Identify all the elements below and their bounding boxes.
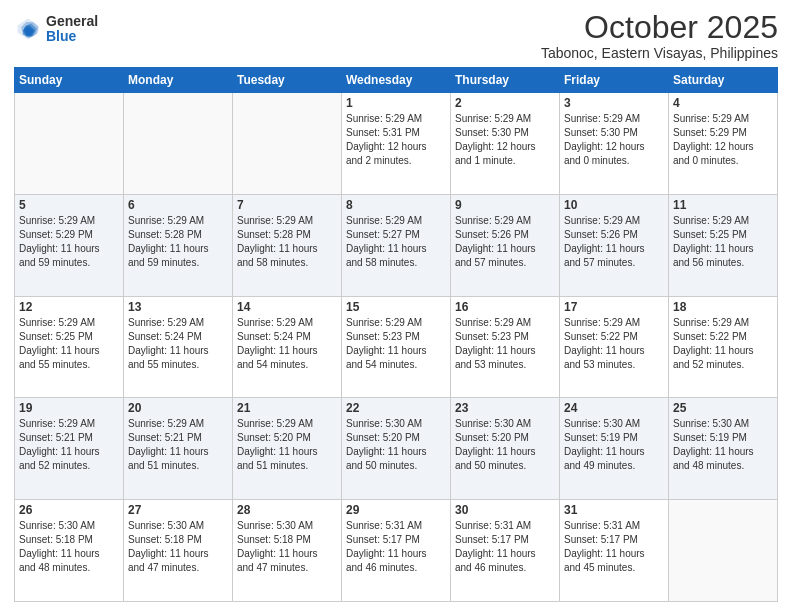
day-info: Sunrise: 5:29 AM Sunset: 5:24 PM Dayligh…: [128, 316, 228, 372]
day-number: 16: [455, 300, 555, 314]
day-info: Sunrise: 5:29 AM Sunset: 5:24 PM Dayligh…: [237, 316, 337, 372]
day-number: 7: [237, 198, 337, 212]
day-number: 10: [564, 198, 664, 212]
day-info: Sunrise: 5:29 AM Sunset: 5:29 PM Dayligh…: [19, 214, 119, 270]
col-tuesday: Tuesday: [233, 68, 342, 93]
table-cell: 25Sunrise: 5:30 AM Sunset: 5:19 PM Dayli…: [669, 398, 778, 500]
table-cell: [669, 500, 778, 602]
day-info: Sunrise: 5:29 AM Sunset: 5:31 PM Dayligh…: [346, 112, 446, 168]
table-cell: 31Sunrise: 5:31 AM Sunset: 5:17 PM Dayli…: [560, 500, 669, 602]
day-info: Sunrise: 5:30 AM Sunset: 5:20 PM Dayligh…: [455, 417, 555, 473]
day-number: 31: [564, 503, 664, 517]
table-cell: 23Sunrise: 5:30 AM Sunset: 5:20 PM Dayli…: [451, 398, 560, 500]
table-cell: 28Sunrise: 5:30 AM Sunset: 5:18 PM Dayli…: [233, 500, 342, 602]
day-info: Sunrise: 5:30 AM Sunset: 5:18 PM Dayligh…: [128, 519, 228, 575]
table-cell: 30Sunrise: 5:31 AM Sunset: 5:17 PM Dayli…: [451, 500, 560, 602]
day-info: Sunrise: 5:29 AM Sunset: 5:21 PM Dayligh…: [19, 417, 119, 473]
header-right: October 2025 Tabonoc, Eastern Visayas, P…: [541, 10, 778, 61]
day-info: Sunrise: 5:30 AM Sunset: 5:18 PM Dayligh…: [237, 519, 337, 575]
day-number: 3: [564, 96, 664, 110]
day-number: 4: [673, 96, 773, 110]
table-cell: 5Sunrise: 5:29 AM Sunset: 5:29 PM Daylig…: [15, 194, 124, 296]
table-cell: 26Sunrise: 5:30 AM Sunset: 5:18 PM Dayli…: [15, 500, 124, 602]
day-info: Sunrise: 5:29 AM Sunset: 5:26 PM Dayligh…: [455, 214, 555, 270]
week-row-1: 1Sunrise: 5:29 AM Sunset: 5:31 PM Daylig…: [15, 93, 778, 195]
table-cell: 6Sunrise: 5:29 AM Sunset: 5:28 PM Daylig…: [124, 194, 233, 296]
day-info: Sunrise: 5:29 AM Sunset: 5:30 PM Dayligh…: [564, 112, 664, 168]
day-number: 25: [673, 401, 773, 415]
day-info: Sunrise: 5:29 AM Sunset: 5:26 PM Dayligh…: [564, 214, 664, 270]
day-number: 1: [346, 96, 446, 110]
month-title: October 2025: [541, 10, 778, 45]
table-cell: 17Sunrise: 5:29 AM Sunset: 5:22 PM Dayli…: [560, 296, 669, 398]
table-cell: 27Sunrise: 5:30 AM Sunset: 5:18 PM Dayli…: [124, 500, 233, 602]
table-cell: 16Sunrise: 5:29 AM Sunset: 5:23 PM Dayli…: [451, 296, 560, 398]
table-cell: 12Sunrise: 5:29 AM Sunset: 5:25 PM Dayli…: [15, 296, 124, 398]
table-cell: [124, 93, 233, 195]
day-info: Sunrise: 5:29 AM Sunset: 5:21 PM Dayligh…: [128, 417, 228, 473]
day-info: Sunrise: 5:30 AM Sunset: 5:18 PM Dayligh…: [19, 519, 119, 575]
table-cell: 21Sunrise: 5:29 AM Sunset: 5:20 PM Dayli…: [233, 398, 342, 500]
day-number: 15: [346, 300, 446, 314]
day-info: Sunrise: 5:30 AM Sunset: 5:19 PM Dayligh…: [564, 417, 664, 473]
day-number: 12: [19, 300, 119, 314]
col-saturday: Saturday: [669, 68, 778, 93]
day-info: Sunrise: 5:31 AM Sunset: 5:17 PM Dayligh…: [564, 519, 664, 575]
day-info: Sunrise: 5:29 AM Sunset: 5:25 PM Dayligh…: [673, 214, 773, 270]
top-section: General Blue October 2025 Tabonoc, Easte…: [14, 10, 778, 61]
logo: General Blue: [14, 14, 98, 45]
table-cell: 19Sunrise: 5:29 AM Sunset: 5:21 PM Dayli…: [15, 398, 124, 500]
logo-icon: [14, 15, 42, 43]
day-number: 9: [455, 198, 555, 212]
col-wednesday: Wednesday: [342, 68, 451, 93]
day-info: Sunrise: 5:30 AM Sunset: 5:20 PM Dayligh…: [346, 417, 446, 473]
day-number: 19: [19, 401, 119, 415]
table-cell: 24Sunrise: 5:30 AM Sunset: 5:19 PM Dayli…: [560, 398, 669, 500]
week-row-5: 26Sunrise: 5:30 AM Sunset: 5:18 PM Dayli…: [15, 500, 778, 602]
calendar-table: Sunday Monday Tuesday Wednesday Thursday…: [14, 67, 778, 602]
logo-blue-text: Blue: [46, 29, 98, 44]
table-cell: 2Sunrise: 5:29 AM Sunset: 5:30 PM Daylig…: [451, 93, 560, 195]
day-number: 28: [237, 503, 337, 517]
day-number: 26: [19, 503, 119, 517]
table-cell: 13Sunrise: 5:29 AM Sunset: 5:24 PM Dayli…: [124, 296, 233, 398]
day-info: Sunrise: 5:29 AM Sunset: 5:22 PM Dayligh…: [564, 316, 664, 372]
page: General Blue October 2025 Tabonoc, Easte…: [0, 0, 792, 612]
table-cell: 20Sunrise: 5:29 AM Sunset: 5:21 PM Dayli…: [124, 398, 233, 500]
logo-text: General Blue: [46, 14, 98, 45]
day-number: 18: [673, 300, 773, 314]
week-row-2: 5Sunrise: 5:29 AM Sunset: 5:29 PM Daylig…: [15, 194, 778, 296]
location: Tabonoc, Eastern Visayas, Philippines: [541, 45, 778, 61]
day-number: 23: [455, 401, 555, 415]
day-number: 22: [346, 401, 446, 415]
day-info: Sunrise: 5:29 AM Sunset: 5:25 PM Dayligh…: [19, 316, 119, 372]
day-number: 29: [346, 503, 446, 517]
day-info: Sunrise: 5:31 AM Sunset: 5:17 PM Dayligh…: [346, 519, 446, 575]
day-info: Sunrise: 5:29 AM Sunset: 5:28 PM Dayligh…: [237, 214, 337, 270]
day-info: Sunrise: 5:29 AM Sunset: 5:23 PM Dayligh…: [455, 316, 555, 372]
day-info: Sunrise: 5:29 AM Sunset: 5:27 PM Dayligh…: [346, 214, 446, 270]
table-cell: 14Sunrise: 5:29 AM Sunset: 5:24 PM Dayli…: [233, 296, 342, 398]
day-info: Sunrise: 5:29 AM Sunset: 5:29 PM Dayligh…: [673, 112, 773, 168]
day-info: Sunrise: 5:29 AM Sunset: 5:30 PM Dayligh…: [455, 112, 555, 168]
table-cell: 7Sunrise: 5:29 AM Sunset: 5:28 PM Daylig…: [233, 194, 342, 296]
day-number: 21: [237, 401, 337, 415]
col-thursday: Thursday: [451, 68, 560, 93]
col-monday: Monday: [124, 68, 233, 93]
week-row-3: 12Sunrise: 5:29 AM Sunset: 5:25 PM Dayli…: [15, 296, 778, 398]
table-cell: [15, 93, 124, 195]
day-number: 2: [455, 96, 555, 110]
day-info: Sunrise: 5:29 AM Sunset: 5:28 PM Dayligh…: [128, 214, 228, 270]
day-info: Sunrise: 5:31 AM Sunset: 5:17 PM Dayligh…: [455, 519, 555, 575]
day-number: 5: [19, 198, 119, 212]
day-number: 17: [564, 300, 664, 314]
day-number: 14: [237, 300, 337, 314]
day-number: 13: [128, 300, 228, 314]
day-info: Sunrise: 5:30 AM Sunset: 5:19 PM Dayligh…: [673, 417, 773, 473]
table-cell: 1Sunrise: 5:29 AM Sunset: 5:31 PM Daylig…: [342, 93, 451, 195]
week-row-4: 19Sunrise: 5:29 AM Sunset: 5:21 PM Dayli…: [15, 398, 778, 500]
table-cell: 15Sunrise: 5:29 AM Sunset: 5:23 PM Dayli…: [342, 296, 451, 398]
table-cell: 22Sunrise: 5:30 AM Sunset: 5:20 PM Dayli…: [342, 398, 451, 500]
logo-general-text: General: [46, 14, 98, 29]
calendar-header-row: Sunday Monday Tuesday Wednesday Thursday…: [15, 68, 778, 93]
